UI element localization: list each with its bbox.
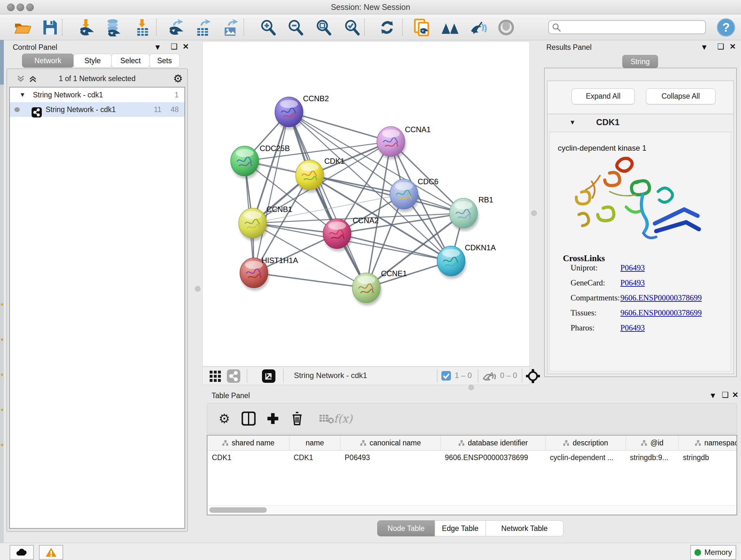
edge-count: 48 [171, 102, 179, 117]
show-all-eye-icon[interactable] [497, 18, 515, 37]
column-header-description[interactable]: description [545, 435, 625, 450]
cloud-button[interactable] [10, 545, 34, 560]
zoom-selected-icon[interactable] [343, 18, 361, 37]
hide-selected-eye-icon[interactable] [469, 18, 488, 37]
warnings-button[interactable] [39, 545, 63, 560]
close-traffic-light[interactable] [7, 3, 15, 11]
network-node-CCNE1[interactable]: CCNE1 [352, 269, 407, 306]
open-folder-icon[interactable] [13, 18, 32, 37]
column-header-namespace[interactable]: namespace [678, 435, 737, 450]
panel-close-icon[interactable]: ✕ [730, 42, 736, 51]
tab-node-table[interactable]: Node Table [377, 520, 435, 537]
horizontal-scrollbar[interactable] [207, 505, 737, 515]
panel-float-icon[interactable]: ❑ [722, 390, 729, 400]
cell-database-identifier[interactable]: 9606.ENSP00000378699 [441, 450, 545, 464]
string-network-icon [31, 107, 42, 118]
column-header-database-identifier[interactable]: database identifier [441, 435, 545, 450]
cell-shared-name[interactable]: CDK1 [207, 450, 289, 464]
collection-name: String Network - cdk1 [33, 87, 103, 102]
tab-network-table[interactable]: Network Table [485, 520, 563, 537]
import-network-file-icon[interactable] [77, 18, 95, 37]
import-table-icon[interactable] [133, 18, 152, 37]
selected-checkbox-icon[interactable] [441, 371, 451, 381]
panel-menu-arrow-icon[interactable]: ▼ [709, 391, 717, 400]
panel-menu-arrow-icon[interactable]: ▼ [154, 43, 161, 52]
column-header-shared-name[interactable]: shared name [207, 435, 289, 450]
panel-close-icon[interactable]: ✕ [183, 42, 189, 51]
network-node-CCNA2[interactable]: CCNA2 [323, 216, 379, 252]
gene-section-header[interactable]: ▼ CDK1 [548, 114, 733, 132]
cytoscape-home-icon[interactable] [441, 18, 460, 37]
network-node-HIST1H1A[interactable]: HIST1H1A [240, 256, 298, 291]
search-input[interactable] [548, 20, 706, 34]
left-splitter-grip[interactable] [195, 286, 200, 292]
fit-selection-crosshair-icon[interactable] [526, 369, 540, 383]
network-node-RB1[interactable]: RB1 [449, 195, 493, 231]
tab-sets[interactable]: Sets [149, 54, 180, 68]
cell-namespace[interactable]: stringdb [678, 450, 737, 464]
cell--id[interactable]: stringdb:9... [625, 450, 678, 464]
export-image-icon[interactable] [221, 18, 240, 37]
gear-icon[interactable]: ⚙ [173, 72, 183, 85]
tab-string[interactable]: String [622, 55, 658, 68]
crosslink-uniprot-link[interactable]: P06493 [620, 263, 645, 272]
node-table[interactable]: shared namenamecanonical namedatabase id… [207, 435, 737, 515]
network-node-CDK1[interactable]: CDK1 [295, 157, 345, 193]
minimize-traffic-light[interactable] [17, 3, 24, 11]
crosslink-tissues-link[interactable]: 9606.ENSP00000378699 [620, 308, 702, 317]
crosslinks-section: CrossLinks Uniprot:P06493 GeneCard:P0649… [549, 253, 731, 338]
panel-float-icon[interactable]: ❑ [171, 42, 178, 51]
duplicate-network-icon[interactable] [413, 18, 431, 37]
crosslink-pharos-link[interactable]: P06493 [620, 323, 645, 332]
network-node-CCNB1[interactable]: CCNB1 [239, 205, 292, 241]
table-settings-gear-icon[interactable]: ⚙ [216, 410, 232, 427]
section-collapse-arrow-icon[interactable]: ▼ [569, 119, 576, 126]
panel-menu-arrow-icon[interactable]: ▼ [700, 43, 708, 52]
scrollbar-thumb[interactable] [209, 507, 267, 513]
delete-column-icon[interactable] [289, 410, 306, 427]
panel-close-icon[interactable]: ✕ [732, 390, 738, 400]
save-session-icon[interactable] [41, 18, 59, 37]
network-canvas[interactable]: CCNB2CCNA1CDC25BCDK1CDC6RB1CCNB1CCNA2CDK… [203, 42, 529, 366]
collapse-all-button[interactable]: Collapse All [646, 88, 716, 105]
tab-select[interactable]: Select [111, 54, 150, 68]
memory-button[interactable]: Memory [690, 545, 736, 560]
help-icon[interactable]: ? [717, 18, 735, 37]
export-network-icon[interactable] [166, 18, 185, 37]
column-header-name[interactable]: name [289, 435, 340, 450]
graphics-toggle-icon[interactable] [227, 369, 240, 383]
column-header-canonical-name[interactable]: canonical name [340, 435, 441, 450]
import-network-database-icon[interactable] [104, 18, 123, 37]
open-in-window-icon[interactable] [262, 369, 275, 383]
refresh-icon[interactable] [378, 18, 396, 37]
table-row[interactable]: CDK1CDK1P064939606.ENSP00000378699cyclin… [207, 450, 737, 464]
network-node-CDKN1A[interactable]: CDKN1A [437, 243, 496, 279]
tab-network[interactable]: Network [22, 54, 74, 68]
zoom-in-icon[interactable] [259, 18, 277, 37]
delete-table-icon[interactable] [318, 410, 335, 427]
function-builder-icon[interactable]: f(x) [335, 410, 351, 427]
zoom-traffic-light[interactable] [26, 3, 34, 11]
cell-description[interactable]: cyclin-dependent ... [545, 450, 625, 464]
network-collection-row[interactable]: ▼ String Network - cdk1 1 [10, 87, 185, 102]
right-splitter-grip[interactable] [531, 210, 537, 216]
cell-name[interactable]: CDK1 [289, 450, 340, 464]
crosslink-genecard-link[interactable]: P06493 [620, 278, 645, 287]
expand-all-button[interactable]: Expand All [571, 88, 635, 105]
cell-canonical-name[interactable]: P06493 [340, 450, 441, 464]
panel-float-icon[interactable]: ❑ [718, 42, 724, 51]
network-row[interactable]: String Network - cdk1 11 48 [10, 102, 185, 117]
show-columns-icon[interactable] [240, 410, 257, 427]
add-column-icon[interactable] [265, 410, 281, 427]
column-header--id[interactable]: @id [625, 435, 678, 450]
export-table-icon[interactable] [194, 18, 212, 37]
tree-collapse-arrow-icon[interactable]: ▼ [19, 87, 25, 102]
node-label-CDKN1A: CDKN1A [465, 243, 495, 252]
birdseye-toggle-icon[interactable] [209, 370, 222, 382]
zoom-out-icon[interactable] [286, 18, 305, 37]
crosslink-compartments-link[interactable]: 9606.ENSP00000378699 [620, 294, 702, 302]
tab-style[interactable]: Style [73, 54, 112, 68]
zoom-fit-icon[interactable] [314, 18, 333, 37]
tab-edge-table[interactable]: Edge Table [434, 520, 486, 537]
toolbar-separator [364, 19, 365, 36]
